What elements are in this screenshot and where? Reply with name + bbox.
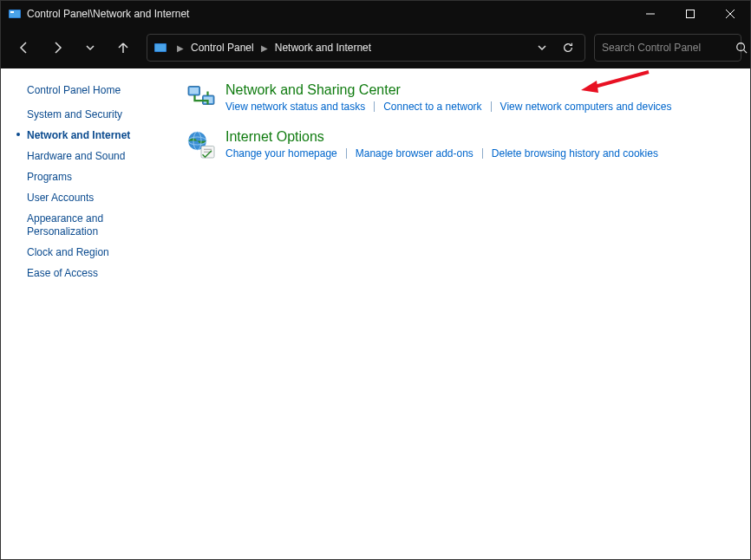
navbar: ▶ Control Panel ▶ Network and Internet (1, 27, 750, 68)
svg-rect-4 (687, 10, 695, 18)
breadcrumb-network-and-internet[interactable]: Network and Internet (271, 42, 375, 54)
sidebar-item-programs[interactable]: Programs (11, 171, 172, 184)
address-bar[interactable]: ▶ Control Panel ▶ Network and Internet (147, 34, 585, 62)
link-delete-browsing-history-and-cookies[interactable]: Delete browsing history and cookies (492, 147, 658, 160)
link-divider (374, 101, 375, 112)
maximize-button[interactable] (670, 1, 710, 27)
link-divider (491, 101, 492, 112)
sidebar-item-hardware-and-sound[interactable]: Hardware and Sound (11, 150, 172, 163)
main-panel: Network and Sharing Center View network … (180, 68, 750, 559)
network-sharing-icon (186, 82, 217, 114)
heading-internet-options[interactable]: Internet Options (225, 129, 658, 145)
minimize-button[interactable] (630, 1, 670, 27)
window-title: Control Panel\Network and Internet (27, 8, 630, 20)
titlebar: Control Panel\Network and Internet (1, 1, 750, 27)
sidebar-item-clock-and-region[interactable]: Clock and Region (11, 246, 172, 259)
address-dropdown-button[interactable] (529, 35, 555, 61)
sidebar-item-network-and-internet[interactable]: Network and Internet (11, 129, 172, 142)
section-network-and-sharing-center: Network and Sharing Center View network … (186, 82, 735, 114)
address-bar-icon (153, 40, 168, 55)
refresh-button[interactable] (555, 35, 581, 61)
sidebar: Control Panel Home System and Security N… (1, 68, 180, 559)
sidebar-item-ease-of-access[interactable]: Ease of Access (11, 267, 172, 280)
content-area: Control Panel Home System and Security N… (1, 68, 750, 559)
link-manage-browser-add-ons[interactable]: Manage browser add-ons (356, 147, 473, 160)
svg-point-9 (737, 43, 745, 51)
heading-network-and-sharing-center[interactable]: Network and Sharing Center (225, 82, 672, 98)
svg-rect-2 (10, 11, 14, 13)
svg-rect-8 (155, 44, 166, 51)
sidebar-item-system-and-security[interactable]: System and Security (11, 108, 172, 121)
link-divider (482, 148, 483, 159)
search-icon[interactable] (735, 42, 748, 54)
chevron-right-icon[interactable]: ▶ (173, 43, 187, 53)
back-button[interactable] (10, 33, 39, 62)
search-input[interactable] (602, 42, 732, 54)
up-button[interactable] (108, 33, 138, 62)
breadcrumb-control-panel[interactable]: Control Panel (187, 42, 258, 54)
history-dropdown-button[interactable] (75, 33, 105, 62)
sidebar-item-appearance-and-personalization[interactable]: Appearance and Personalization (11, 212, 172, 238)
link-divider (346, 148, 347, 159)
close-button[interactable] (710, 1, 750, 27)
svg-line-10 (744, 50, 748, 54)
sidebar-item-user-accounts[interactable]: User Accounts (11, 192, 172, 205)
window: Control Panel\Network and Internet (0, 0, 751, 560)
link-connect-to-a-network[interactable]: Connect to a network (383, 101, 481, 113)
chevron-right-icon[interactable]: ▶ (258, 43, 271, 53)
app-icon (8, 7, 22, 21)
section-internet-options: Internet Options Change your homepage Ma… (186, 129, 735, 160)
internet-options-icon (186, 129, 217, 160)
search-bar[interactable] (594, 34, 741, 62)
control-panel-home-link[interactable]: Control Panel Home (11, 84, 172, 96)
forward-button[interactable] (42, 33, 72, 62)
link-view-network-computers-and-devices[interactable]: View network computers and devices (500, 101, 672, 113)
svg-rect-12 (190, 88, 199, 94)
link-view-network-status-and-tasks[interactable]: View network status and tasks (225, 101, 365, 113)
link-change-your-homepage[interactable]: Change your homepage (225, 147, 337, 160)
